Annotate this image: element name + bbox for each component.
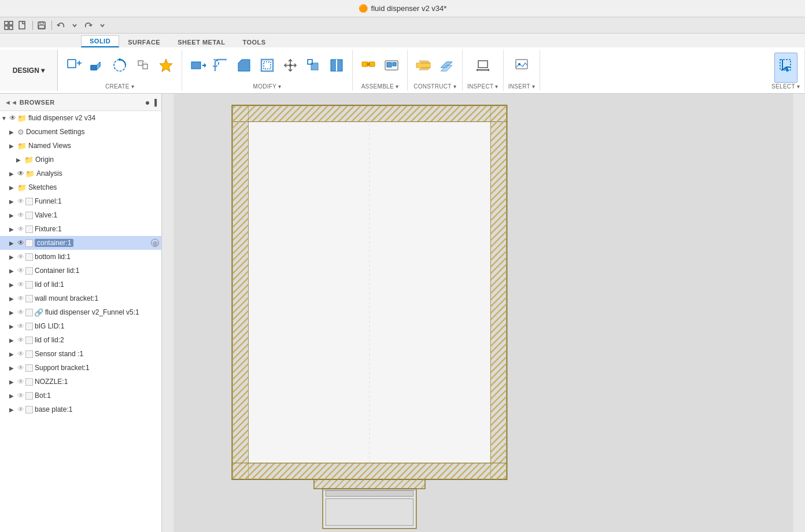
eye-icon-root[interactable]: 👁 [9, 114, 16, 122]
eye-icon-analysis[interactable]: 👁 [17, 169, 24, 178]
undo-icon[interactable] [54, 19, 67, 32]
expand-arrow-lid-of-lid1[interactable]: ▶ [9, 282, 17, 288]
measure-button[interactable] [472, 53, 494, 83]
modify-label-text[interactable]: MODIFY ▾ [253, 83, 282, 90]
browser-expand-button[interactable]: ▐ [152, 99, 157, 106]
expand-arrow-wall-mount1[interactable]: ▶ [9, 295, 17, 302]
expand-arrow-bot1[interactable]: ▶ [9, 393, 17, 399]
tree-item-funnel1[interactable]: ▶ 👁 Funnel:1 [0, 194, 161, 208]
expand-arrow-support-bracket1[interactable]: ▶ [9, 365, 17, 371]
revolve-button[interactable] [109, 53, 131, 83]
eye-icon-funnel1[interactable]: 👁 [17, 197, 24, 205]
eye-icon-container1[interactable]: 👁 [17, 239, 24, 247]
tab-tools[interactable]: TOOLS [234, 36, 274, 47]
redo-dropdown-icon[interactable] [96, 19, 109, 32]
browser-pin-button[interactable]: ● [145, 98, 150, 107]
expand-arrow-funnel1[interactable]: ▶ [9, 198, 17, 205]
tree-item-origin[interactable]: ▶ 📁 Origin [0, 153, 161, 167]
eye-icon-valve1[interactable]: 👁 [17, 211, 24, 219]
tree-item-fluid-funnel1[interactable]: ▶ 👁 🔗 fluid dispenser v2_Funnel v5:1 [0, 305, 161, 319]
tree-item-lid-of-lid1[interactable]: ▶ 👁 lid of lid:1 [0, 278, 161, 291]
eye-icon-support-bracket1[interactable]: 👁 [17, 364, 24, 372]
tree-item-wall-mount1[interactable]: ▶ 👁 wall mount bracket:1 [0, 291, 161, 305]
grid-icon[interactable] [2, 19, 15, 32]
tab-surface[interactable]: SURFACE [119, 36, 169, 47]
split-button[interactable] [326, 53, 348, 83]
insert-svg-button[interactable] [511, 53, 533, 83]
expand-arrow-fluid-funnel1[interactable]: ▶ [9, 309, 17, 316]
expand-arrow-valve1[interactable]: ▶ [9, 212, 17, 219]
expand-arrow-fixture1[interactable]: ▶ [9, 226, 17, 232]
tab-sheet-metal[interactable]: SHEET METAL [169, 36, 234, 47]
save-icon[interactable] [35, 19, 48, 32]
expand-arrow-nozzle1[interactable]: ▶ [9, 379, 17, 385]
eye-icon-bot1[interactable]: 👁 [17, 391, 24, 400]
sweep-button[interactable] [132, 53, 154, 83]
shell-button[interactable] [256, 53, 278, 83]
undo-dropdown-icon[interactable] [68, 19, 81, 32]
tree-item-base-plate1[interactable]: ▶ 👁 base plate:1 [0, 402, 161, 416]
expand-arrow-bottom-lid1[interactable]: ▶ [9, 254, 17, 260]
tree-item-sensor-stand1[interactable]: ▶ 👁 Sensor stand :1 [0, 347, 161, 361]
expand-arrow-container-lid1[interactable]: ▶ [9, 268, 17, 274]
combine-button[interactable] [155, 53, 177, 83]
expand-arrow-doc[interactable]: ▶ [9, 129, 17, 135]
eye-icon-nozzle1[interactable]: 👁 [17, 378, 24, 386]
rigid-group-button[interactable] [381, 53, 402, 83]
eye-icon-fluid-funnel1[interactable]: 👁 [17, 308, 24, 316]
expand-arrow-base-plate1[interactable]: ▶ [9, 407, 17, 413]
redo-icon[interactable] [82, 19, 95, 32]
tree-item-analysis[interactable]: ▶ 👁 📁 Analysis [0, 167, 161, 180]
inspect-label-text[interactable]: INSPECT ▾ [467, 83, 498, 90]
eye-icon-base-plate1[interactable]: 👁 [17, 405, 24, 413]
tree-item-valve1[interactable]: ▶ 👁 Valve:1 [0, 208, 161, 222]
create-label-text[interactable]: CREATE ▾ [105, 83, 134, 90]
expand-arrow-analysis[interactable]: ▶ [9, 171, 17, 177]
expand-arrow-sketches[interactable]: ▶ [9, 184, 17, 191]
expand-arrow-named-views[interactable]: ▶ [9, 143, 17, 149]
tree-item-doc-settings[interactable]: ▶ ⚙ Document Settings [0, 125, 161, 139]
expand-arrow-origin[interactable]: ▶ [16, 157, 24, 163]
tree-item-support-bracket1[interactable]: ▶ 👁 Support bracket:1 [0, 361, 161, 375]
expand-arrow-sensor-stand1[interactable]: ▶ [9, 351, 17, 357]
select-button[interactable] [774, 53, 797, 83]
chamfer-button[interactable] [233, 53, 255, 83]
eye-icon-container-lid1[interactable]: 👁 [17, 267, 24, 275]
tree-item-root[interactable]: ▼ 👁 📁 fluid dispenser v2 v34 [0, 111, 161, 125]
offset-plane-button[interactable] [435, 53, 457, 83]
tree-item-fixture1[interactable]: ▶ 👁 Fixture:1 [0, 222, 161, 236]
tab-solid[interactable]: SOLID [81, 35, 119, 47]
collapse-browser-button[interactable]: ◄◄ [5, 99, 17, 106]
scale-button[interactable] [302, 53, 324, 83]
tree-item-bot1[interactable]: ▶ 👁 Bot:1 [0, 389, 161, 402]
push-pull-button[interactable] [187, 53, 209, 83]
eye-icon-big-lid1[interactable]: 👁 [17, 322, 24, 330]
eye-icon-wall-mount1[interactable]: 👁 [17, 294, 24, 302]
tree-item-lid-of-lid2[interactable]: ▶ 👁 lid of lid:2 [0, 333, 161, 347]
midplane-button[interactable] [412, 53, 434, 83]
tree-item-big-lid1[interactable]: ▶ 👁 bIG LID:1 [0, 319, 161, 333]
expand-arrow-root[interactable]: ▼ [1, 115, 9, 121]
eye-icon-bottom-lid1[interactable]: 👁 [17, 253, 24, 261]
insert-label-text[interactable]: INSERT ▾ [508, 83, 536, 90]
viewport[interactable] [162, 94, 805, 532]
eye-icon-fixture1[interactable]: 👁 [17, 225, 24, 233]
tree-item-nozzle1[interactable]: ▶ 👁 NOZZLE:1 [0, 375, 161, 389]
tree-item-bottom-lid1[interactable]: ▶ 👁 bottom lid:1 [0, 250, 161, 264]
select-label-text[interactable]: SELECT ▾ [771, 83, 800, 90]
joint-button[interactable] [357, 53, 379, 83]
new-file-icon[interactable] [16, 19, 29, 32]
eye-icon-sensor-stand1[interactable]: 👁 [17, 350, 24, 358]
construct-label-text[interactable]: CONSTRUCT ▾ [413, 83, 456, 90]
design-button[interactable]: DESIGN ▾ [0, 50, 58, 91]
extrude-button[interactable] [86, 53, 108, 83]
eye-icon-lid-of-lid2[interactable]: 👁 [17, 336, 24, 344]
expand-arrow-lid-of-lid2[interactable]: ▶ [9, 337, 17, 343]
expand-arrow-big-lid1[interactable]: ▶ [9, 323, 17, 330]
assemble-label-text[interactable]: ASSEMBLE ▾ [361, 83, 399, 90]
eye-icon-lid-of-lid1[interactable]: 👁 [17, 280, 24, 289]
fillet-button[interactable] [210, 53, 232, 83]
tree-item-named-views[interactable]: ▶ 📁 Named Views [0, 139, 161, 153]
expand-arrow-container1[interactable]: ▶ [9, 240, 17, 246]
move-button[interactable] [279, 53, 301, 83]
